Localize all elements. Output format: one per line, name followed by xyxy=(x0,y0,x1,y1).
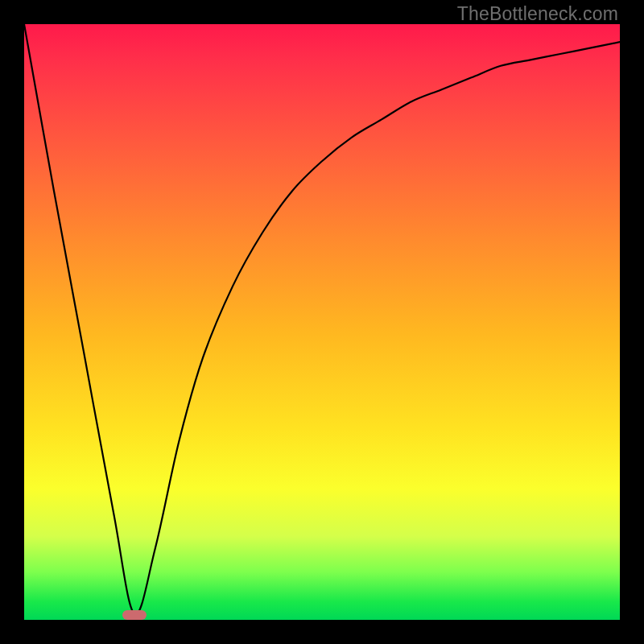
plot-area xyxy=(24,24,620,620)
bottleneck-curve xyxy=(24,24,620,620)
watermark-text: TheBottleneck.com xyxy=(457,3,618,25)
optimal-point-marker xyxy=(122,610,147,620)
chart-frame: TheBottleneck.com xyxy=(0,0,644,644)
